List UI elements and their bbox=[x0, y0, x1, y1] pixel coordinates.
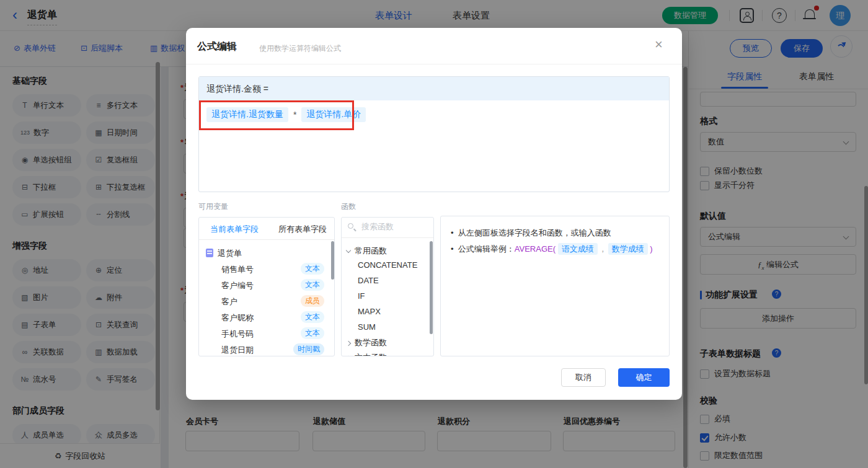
example-function-name: AVERAGE( bbox=[515, 244, 556, 254]
divider bbox=[186, 64, 682, 64]
function-item[interactable]: DATE bbox=[358, 276, 379, 285]
group-common-functions[interactable]: 常用函数 bbox=[347, 245, 387, 257]
function-item[interactable]: MAPX bbox=[358, 307, 381, 316]
variable-row[interactable]: 客户编号文本 bbox=[199, 277, 334, 293]
red-annotation-box bbox=[199, 100, 354, 130]
example-arg-token: 数学成绩 bbox=[608, 243, 648, 255]
function-search-input[interactable] bbox=[360, 221, 428, 232]
type-badge: 时间戳 bbox=[293, 343, 324, 355]
group-text-functions[interactable]: 文本函数 bbox=[347, 352, 387, 356]
variable-row[interactable]: 销售单号文本 bbox=[199, 261, 334, 277]
confirm-button[interactable]: 确定 bbox=[618, 368, 670, 387]
example-function-close: ) bbox=[650, 244, 652, 254]
functions-label: 函数 bbox=[341, 201, 356, 212]
available-variables-label: 可用变量 bbox=[198, 201, 228, 212]
modal-title: 公式编辑 bbox=[197, 40, 237, 53]
group-math-functions[interactable]: 数学函数 bbox=[347, 337, 387, 348]
type-badge: 文本 bbox=[301, 311, 324, 323]
caret-down-icon bbox=[346, 248, 351, 253]
variable-row[interactable]: 手机号码文本 bbox=[199, 325, 334, 342]
type-badge: 文本 bbox=[301, 327, 324, 339]
variables-scrollbar[interactable] bbox=[331, 241, 334, 280]
tip-line-2: • 公式编辑举例：AVERAGE( 语文成绩，数学成绩 ) bbox=[451, 241, 659, 257]
variable-row[interactable]: 退货日期时间戳 bbox=[199, 342, 334, 356]
functions-scrollbar[interactable] bbox=[430, 241, 433, 334]
function-item[interactable]: IF bbox=[358, 291, 365, 301]
type-badge: 文本 bbox=[301, 279, 324, 291]
example-arg-token: 语文成绩 bbox=[558, 243, 598, 255]
functions-panel: 常用函数 CONCATENATE DATE IF MAPX SUM 数学函数 文… bbox=[341, 217, 434, 356]
close-icon[interactable]: × bbox=[655, 37, 663, 53]
variables-tabs: 当前表单字段 所有表单字段 bbox=[199, 218, 334, 240]
cancel-button[interactable]: 取消 bbox=[561, 368, 606, 387]
search-icon bbox=[348, 223, 353, 229]
caret-right-icon bbox=[346, 341, 351, 346]
function-item[interactable]: CONCATENATE bbox=[358, 260, 417, 270]
tip-line-1: • 从左侧面板选择字段名和函数，或输入函数 bbox=[451, 225, 659, 241]
tab-current-form-fields[interactable]: 当前表单字段 bbox=[210, 224, 259, 235]
formula-editor-area[interactable]: 退货详情.金额 = 退货详情.退货数量 * 退货详情.单价 bbox=[198, 76, 670, 192]
type-badge: 文本 bbox=[301, 263, 324, 275]
tips-panel: • 从左侧面板选择字段名和函数，或输入函数 • 公式编辑举例：AVERAGE( … bbox=[440, 216, 670, 356]
function-search bbox=[342, 218, 433, 238]
app-root: ‹ 退货单 表单设计 表单设置 数据管理 ? 理 ⊘表单外链 ⊡后端脚本 ▥数据… bbox=[0, 0, 868, 468]
caret-right-icon bbox=[346, 356, 351, 356]
formula-target: 退货详情.金额 = bbox=[199, 77, 669, 100]
variable-row[interactable]: 客户昵称文本 bbox=[199, 309, 334, 325]
variable-row[interactable]: 客户成员 bbox=[199, 293, 334, 309]
function-item[interactable]: SUM bbox=[358, 322, 376, 332]
tab-all-form-fields[interactable]: 所有表单字段 bbox=[278, 224, 327, 235]
type-badge: 成员 bbox=[301, 295, 324, 307]
variable-tree-root[interactable]: 退货单 bbox=[199, 245, 334, 261]
form-doc-icon bbox=[206, 249, 213, 257]
formula-editor-modal: 公式编辑 使用数学运算符编辑公式 × 退货详情.金额 = 退货详情.退货数量 *… bbox=[186, 28, 682, 400]
modal-subtitle: 使用数学运算符编辑公式 bbox=[259, 43, 341, 54]
variables-panel: 当前表单字段 所有表单字段 退货单 销售单号文本 客户编号文本 客户成员 客户昵… bbox=[198, 217, 335, 356]
